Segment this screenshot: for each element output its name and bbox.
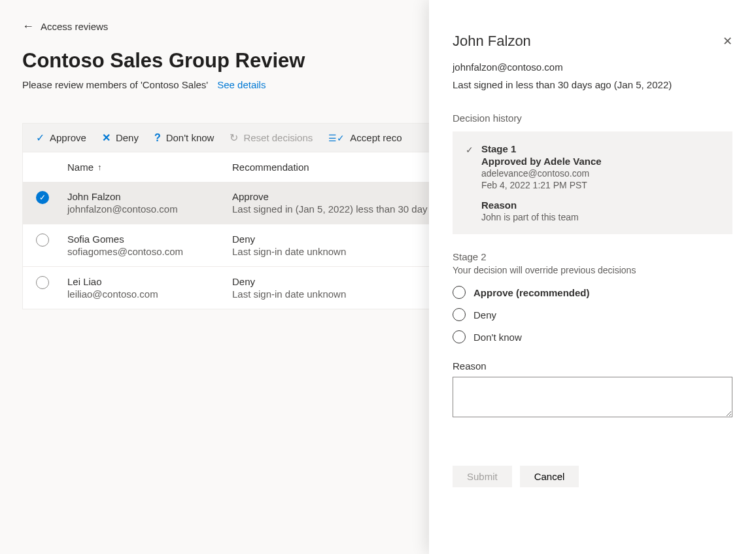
stage1-approved-by: Approved by Adele Vance — [481, 156, 719, 167]
stage1-row: ✓ Stage 1 Approved by Adele Vance adelev… — [466, 143, 719, 222]
decision-history-label: Decision history — [453, 113, 732, 124]
accept-label: Accept reco — [350, 132, 402, 143]
panel-header: John Falzon ✕ — [453, 33, 732, 50]
back-arrow-icon[interactable]: ← — [22, 20, 34, 33]
column-name-header[interactable]: Name ↑ — [67, 162, 232, 173]
submit-button[interactable]: Submit — [453, 466, 512, 487]
see-details-link[interactable]: See details — [217, 79, 266, 90]
deny-label: Deny — [116, 132, 139, 143]
reset-label: Reset decisions — [243, 132, 313, 143]
radio-approve[interactable]: Approve (recommended) — [453, 286, 732, 299]
row-checkbox[interactable]: ✓ — [36, 191, 67, 204]
dont-know-label: Don't know — [166, 132, 215, 143]
panel-user-email: johnfalzon@contoso.com — [453, 61, 732, 73]
checked-icon: ✓ — [36, 191, 49, 204]
close-icon[interactable]: ✕ — [723, 35, 732, 47]
stage2-title: Stage 2 — [453, 251, 732, 262]
radio-deny-label: Deny — [473, 309, 496, 320]
stage1-body: Stage 1 Approved by Adele Vance adelevan… — [481, 143, 719, 222]
row-checkbox[interactable] — [36, 234, 67, 247]
stage1-reason-label: Reason — [481, 199, 719, 211]
user-name: John Falzon — [67, 191, 232, 202]
row-name-cell: John Falzon johnfalzon@contoso.com — [67, 191, 232, 215]
radio-icon — [453, 330, 466, 343]
panel-buttons: Submit Cancel — [453, 466, 732, 487]
user-email: johnfalzon@contoso.com — [67, 203, 232, 215]
x-icon: ✕ — [102, 131, 111, 144]
stage1-approver-email: adelevance@contoso.com — [481, 168, 719, 179]
breadcrumb-label[interactable]: Access reviews — [41, 21, 108, 32]
stage2-subtitle: Your decision will override previous dec… — [453, 265, 732, 275]
check-icon: ✓ — [36, 131, 44, 144]
dont-know-button[interactable]: ? Don't know — [154, 132, 215, 144]
radio-icon — [453, 308, 466, 321]
cancel-button[interactable]: Cancel — [520, 466, 579, 487]
reset-decisions-button[interactable]: ↻ Reset decisions — [230, 131, 313, 144]
radio-icon — [453, 286, 466, 299]
column-name-label: Name — [67, 162, 94, 173]
stage1-timestamp: Feb 4, 2022 1:21 PM PST — [481, 180, 719, 190]
radio-dont-know-label: Don't know — [473, 332, 522, 343]
user-name: Lei Liao — [67, 276, 232, 287]
radio-approve-label: Approve (recommended) — [473, 287, 590, 298]
reset-icon: ↻ — [230, 131, 238, 144]
decision-history-block: ✓ Stage 1 Approved by Adele Vance adelev… — [453, 131, 732, 234]
deny-button[interactable]: ✕ Deny — [102, 131, 139, 144]
subtitle-text: Please review members of 'Contoso Sales' — [22, 79, 208, 90]
details-panel: John Falzon ✕ johnfalzon@contoso.com Las… — [429, 0, 756, 554]
radio-dont-know[interactable]: Don't know — [453, 330, 732, 343]
row-name-cell: Lei Liao leiliao@contoso.com — [67, 276, 232, 300]
check-icon: ✓ — [466, 145, 473, 222]
user-email: sofiagomes@contoso.com — [67, 246, 232, 257]
panel-title: John Falzon — [453, 33, 531, 50]
approve-label: Approve — [50, 132, 86, 143]
sort-arrow-up-icon: ↑ — [97, 162, 102, 172]
panel-last-signin: Last signed in less than 30 days ago (Ja… — [453, 79, 732, 90]
row-name-cell: Sofia Gomes sofiagomes@contoso.com — [67, 234, 232, 257]
approve-button[interactable]: ✓ Approve — [36, 131, 86, 144]
stage1-reason: John is part of this team — [481, 212, 719, 222]
user-name: Sofia Gomes — [67, 234, 232, 245]
stage1-title: Stage 1 — [481, 143, 719, 154]
user-email: leiliao@contoso.com — [67, 288, 232, 300]
list-check-icon: ☰✓ — [328, 133, 345, 143]
unchecked-icon — [36, 276, 49, 289]
row-checkbox[interactable] — [36, 276, 67, 289]
unchecked-icon — [36, 234, 49, 247]
reason-textarea[interactable] — [453, 377, 732, 417]
question-icon: ? — [154, 132, 161, 144]
radio-deny[interactable]: Deny — [453, 308, 732, 321]
accept-recommendations-button[interactable]: ☰✓ Accept reco — [328, 132, 402, 143]
reason-label: Reason — [453, 360, 732, 372]
